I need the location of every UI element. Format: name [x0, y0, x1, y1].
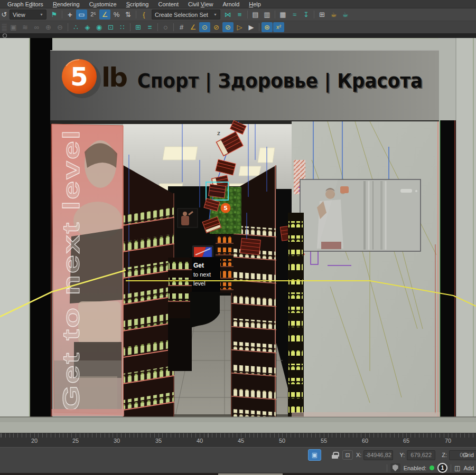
- timeline-tick: 65: [403, 438, 409, 444]
- chevron-down-icon: ▼: [213, 13, 217, 16]
- timeline-tick: 35: [155, 438, 162, 444]
- layer-explorer-icon[interactable]: ▥: [262, 10, 273, 20]
- timeline-tick: 50: [279, 438, 285, 444]
- z-coord-label: Z:: [442, 452, 447, 458]
- moss-logo-number: 5: [223, 205, 228, 212]
- align-icon[interactable]: ≡: [234, 10, 245, 20]
- scene-box-icon[interactable]: ◫: [454, 464, 460, 472]
- schematic-view-icon[interactable]: ↧: [301, 10, 312, 20]
- menu-rendering[interactable]: Rendering: [48, 1, 85, 8]
- toolbar-separator: [173, 23, 174, 31]
- spline-fill-icon[interactable]: ▶: [246, 22, 257, 32]
- soft-selection-icon[interactable]: ◌: [160, 22, 171, 32]
- move-tool-icon[interactable]: +: [64, 10, 76, 20]
- glass-edge-shelf-strip: [288, 213, 304, 419]
- toolbar-separator: [136, 11, 136, 18]
- spinner-snap-icon[interactable]: ⇅: [123, 10, 134, 20]
- container-tools-icon[interactable]: ▒: [1, 22, 7, 32]
- timeline-tick: 55: [321, 438, 327, 444]
- select-similar-icon[interactable]: ◉: [94, 22, 105, 32]
- export-view-icon[interactable]: ⊡: [105, 22, 116, 32]
- selection-lock-icon[interactable]: [332, 452, 338, 459]
- grid-array-icon[interactable]: ⊞: [133, 22, 144, 32]
- undo-icon[interactable]: ↺: [1, 10, 7, 20]
- menu-graph-editors[interactable]: Graph Editors: [3, 1, 48, 8]
- curve-editor-icon[interactable]: ≈: [289, 10, 300, 20]
- poster-vertical-text: Get to next level: [58, 129, 84, 411]
- get-to-next-level-sign: Get to next level: [190, 257, 220, 292]
- left-counter: [168, 258, 192, 371]
- select-object-icon[interactable]: ▭: [76, 10, 87, 20]
- select-displace-icon[interactable]: ∴: [70, 22, 81, 32]
- storefront-poster: Get to next level: [52, 124, 123, 414]
- z-axis-label: z: [217, 130, 220, 137]
- named-selection-sets-icon[interactable]: {: [138, 10, 150, 20]
- back-wall-poster: [178, 208, 198, 227]
- grid-setting-label: Grid: [463, 452, 474, 458]
- scene-explorer-icon[interactable]: ▤: [250, 10, 261, 20]
- mirror-icon[interactable]: ⋈: [222, 10, 234, 20]
- spline-select-icon[interactable]: ▷: [234, 22, 245, 32]
- view-reference-dropdown[interactable]: View▼: [10, 10, 46, 20]
- enabled-status-dot: [430, 466, 434, 470]
- menu-content[interactable]: Content: [153, 1, 183, 8]
- toolbar-separator: [247, 11, 248, 18]
- toolbar-separator: [130, 23, 130, 31]
- selection-set-dropdown[interactable]: Create Selection Set▼: [152, 10, 220, 20]
- bind-container-icon[interactable]: ⊕: [43, 22, 54, 32]
- offset-snap-icon[interactable]: ⊘: [211, 22, 222, 32]
- timeline-track-bar[interactable]: 20 25 30 35 40 45 50 55 60 65 70: [0, 433, 476, 448]
- menu-help[interactable]: Help: [244, 1, 266, 8]
- menu-arnold[interactable]: Arnold: [218, 1, 244, 8]
- angle-snap-2-icon[interactable]: ∠: [188, 22, 199, 32]
- container-open-icon[interactable]: ▣: [8, 22, 19, 32]
- chevron-down-icon: ▼: [40, 13, 43, 16]
- x-squared-toggle-icon[interactable]: x²: [273, 22, 284, 32]
- timeline-tick: 30: [114, 438, 120, 444]
- rendered-frame-window-icon[interactable]: ☕: [328, 10, 339, 20]
- left-pillar: [30, 38, 52, 421]
- transform-gizmo-icon[interactable]: ⊡: [342, 450, 353, 460]
- ceiling-light-panel: [239, 166, 261, 176]
- rotate-gizmo-icon[interactable]: ◈: [82, 22, 93, 32]
- timeline-ruler[interactable]: [0, 433, 476, 438]
- glass-wall: [292, 121, 440, 417]
- store-interior: 5 Get: [123, 120, 293, 421]
- add-label[interactable]: Add: [463, 465, 474, 471]
- right-wall-panel: [456, 38, 476, 433]
- inherit-content-icon[interactable]: ≋: [20, 22, 31, 32]
- render-setup-icon[interactable]: ⊞: [316, 10, 328, 20]
- storefront-sign: 5 lb Спорт | Здоровье | Красота Спорт | …: [50, 50, 439, 124]
- percent-snap-icon[interactable]: %: [111, 10, 122, 20]
- angle-snap-icon[interactable]: ∠: [99, 10, 110, 20]
- selection-filter-icon[interactable]: ⚑: [49, 10, 60, 20]
- menu-scripting[interactable]: Scripting: [122, 1, 154, 8]
- selection-region-icon[interactable]: ▣: [308, 449, 321, 461]
- viewport-top-edge: [0, 33, 476, 38]
- logo-number: 5: [70, 62, 88, 91]
- render-production-icon[interactable]: ☕: [340, 10, 351, 20]
- toolbar-separator: [259, 23, 259, 31]
- xref-toggle-icon[interactable]: ⊛: [262, 22, 273, 32]
- snap-toggle-b-icon[interactable]: ⊘: [222, 22, 234, 32]
- update-container-icon[interactable]: ⊖: [54, 22, 66, 32]
- secondary-toolbar: ▒ ▣ ≋ ∞ ⊕ ⊖ ∴ ◈ ◉ ⊡ ∷ ⊞ = ◌ # ∠ ⊙ ⊘ ⊘ ▷ …: [0, 21, 476, 33]
- ribbon-toggle-icon[interactable]: ▦: [277, 10, 288, 20]
- array-tool-icon[interactable]: ∷: [117, 22, 128, 32]
- link-container-icon[interactable]: ∞: [31, 22, 42, 32]
- x-coord-field[interactable]: [363, 450, 393, 460]
- snap-toggle-a-icon[interactable]: ⊙: [199, 22, 210, 32]
- menu-civil-view[interactable]: Civil View: [183, 1, 218, 8]
- spacing-tool-icon[interactable]: =: [144, 22, 155, 32]
- y-coord-field[interactable]: [407, 450, 435, 460]
- security-shield-icon[interactable]: [390, 463, 400, 472]
- toolbar-separator: [275, 11, 275, 18]
- toolbar-separator: [62, 11, 62, 18]
- viewport-canvas[interactable]: 5 lb Спорт | Здоровье | Красота Спорт | …: [0, 33, 476, 433]
- notification-count-badge[interactable]: 1: [437, 463, 447, 473]
- snap-toggle-25-icon[interactable]: 2⁵: [88, 10, 99, 20]
- status-bar: ▣ ⊡ X: Y: Z: Grid: [0, 447, 476, 463]
- menu-customize[interactable]: Customize: [85, 1, 122, 8]
- snap-grid-icon[interactable]: #: [176, 22, 187, 32]
- timeline-tick: 45: [238, 438, 244, 444]
